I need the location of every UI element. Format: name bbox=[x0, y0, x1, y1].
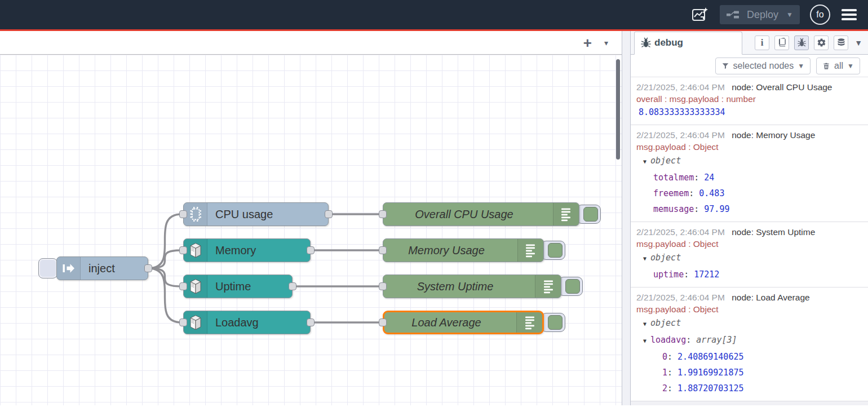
property-key: memusage bbox=[653, 204, 694, 214]
array-index: 0 bbox=[662, 352, 667, 362]
sidebar-splitter[interactable] bbox=[622, 31, 631, 405]
object-expander[interactable]: ▼object bbox=[636, 153, 862, 170]
node-output-port[interactable] bbox=[307, 318, 315, 326]
object-type-label: object bbox=[650, 156, 681, 166]
debug-filter-button[interactable]: selected nodes ▼ bbox=[715, 57, 811, 74]
message-node-name: node: Memory Usage bbox=[732, 130, 815, 140]
object-expander[interactable]: ▼object bbox=[636, 250, 862, 267]
flow-node-debug-load-average[interactable]: Load Average bbox=[383, 311, 544, 334]
array-index: 1 bbox=[662, 368, 667, 378]
message-property-path: msg.payload : Object bbox=[636, 238, 862, 250]
debug-message-list[interactable]: 2/21/2025, 2:46:04 PM node: Overall CPU … bbox=[631, 77, 868, 405]
array-index: 2 bbox=[662, 383, 667, 393]
object-property: memusage: 97.99 bbox=[636, 201, 862, 217]
node-input-port[interactable] bbox=[379, 210, 387, 218]
deploy-menu-caret-icon[interactable]: ▼ bbox=[786, 11, 793, 19]
canvas-vertical-scrollbar[interactable] bbox=[616, 59, 620, 160]
flow-node-debug-system-uptime[interactable]: System Uptime bbox=[383, 275, 561, 298]
flow-list-caret-icon[interactable]: ▾ bbox=[604, 38, 608, 47]
deploy-button[interactable]: Deploy ▼ bbox=[720, 5, 800, 24]
flow-canvas[interactable]: inject CPU usage bbox=[0, 55, 622, 405]
message-node-name: node: Load Average bbox=[732, 293, 809, 302]
node-input-port[interactable] bbox=[179, 210, 187, 218]
main-layout: + ▾ bbox=[0, 31, 868, 405]
object-property: totalmem: 24 bbox=[636, 170, 862, 185]
flow-node-cpu-usage[interactable]: CPU usage bbox=[183, 202, 329, 226]
node-label: Overall CPU Usage bbox=[415, 208, 521, 221]
info-tab-button[interactable]: i bbox=[755, 36, 769, 50]
debug-enable-toggle[interactable] bbox=[541, 241, 565, 260]
deploy-label: Deploy bbox=[747, 9, 778, 21]
collapse-caret-icon[interactable]: ▼ bbox=[643, 316, 650, 332]
avatar-initials: fo bbox=[816, 10, 823, 20]
flow-node-memory[interactable]: Memory bbox=[183, 238, 311, 262]
message-timestamp: 2/21/2025, 2:46:04 PM bbox=[636, 82, 725, 92]
debug-enable-toggle[interactable] bbox=[577, 205, 601, 224]
node-output-port[interactable] bbox=[144, 264, 152, 272]
debug-list-icon bbox=[516, 312, 542, 333]
property-value: 17212 bbox=[694, 269, 719, 280]
flow-tabbar: + ▾ bbox=[0, 31, 622, 55]
debug-list-icon bbox=[517, 239, 543, 262]
debug-message[interactable]: 2/21/2025, 2:46:04 PM node: Memory Usage… bbox=[631, 125, 868, 222]
debug-message[interactable]: 2/21/2025, 2:46:04 PM node: System Uptim… bbox=[631, 222, 868, 287]
node-label: System Uptime bbox=[417, 280, 502, 293]
array-type-label: array[3] bbox=[696, 335, 737, 345]
node-label: inject bbox=[81, 262, 115, 275]
debug-tab-button[interactable] bbox=[794, 36, 809, 50]
array-expander[interactable]: ▼loadavg: array[3] bbox=[636, 332, 862, 349]
config-tab-button[interactable] bbox=[814, 36, 829, 50]
collapse-caret-icon[interactable]: ▼ bbox=[643, 154, 650, 170]
object-expander[interactable]: ▼object bbox=[636, 315, 862, 332]
flow-node-uptime[interactable]: Uptime bbox=[183, 275, 293, 298]
collapse-caret-icon[interactable]: ▼ bbox=[643, 333, 650, 349]
debug-enable-toggle[interactable] bbox=[541, 313, 565, 332]
node-output-port[interactable] bbox=[289, 282, 296, 290]
property-value: 24 bbox=[704, 172, 714, 183]
debug-message[interactable]: 2/21/2025, 2:46:04 PM node: Load Average… bbox=[631, 287, 868, 401]
message-node-name: node: Overall CPU Usage bbox=[732, 82, 832, 92]
filter-caret-icon: ▼ bbox=[798, 62, 804, 70]
node-input-port[interactable] bbox=[179, 282, 187, 290]
tab-debug[interactable]: debug bbox=[634, 32, 742, 55]
message-property-path: msg.payload : Object bbox=[636, 141, 862, 153]
debug-message[interactable]: 2/21/2025, 2:46:04 PM node: Overall CPU … bbox=[631, 77, 868, 125]
debug-clear-button[interactable]: all ▼ bbox=[816, 57, 860, 74]
server-tower-icon bbox=[184, 275, 207, 298]
user-avatar[interactable]: fo bbox=[810, 5, 830, 25]
server-tower-icon bbox=[184, 311, 207, 334]
workspace: + ▾ bbox=[0, 31, 622, 405]
flow-node-debug-overall-cpu[interactable]: Overall CPU Usage bbox=[383, 202, 579, 226]
server-tower-icon bbox=[184, 239, 207, 262]
debug-list-icon bbox=[553, 203, 579, 225]
flow-node-inject[interactable]: inject bbox=[56, 256, 148, 280]
array-value: 1.88720703125 bbox=[677, 383, 743, 393]
flow-assistant-icon[interactable] bbox=[690, 6, 710, 24]
add-flow-button[interactable]: + bbox=[583, 36, 592, 50]
inject-trigger-button[interactable] bbox=[38, 258, 57, 278]
node-output-port[interactable] bbox=[325, 210, 333, 218]
node-input-port[interactable] bbox=[379, 318, 387, 326]
array-value: 2.40869140625 bbox=[677, 352, 743, 362]
array-item: 1: 1.99169921875 bbox=[636, 365, 862, 381]
node-input-port[interactable] bbox=[379, 246, 387, 254]
message-timestamp: 2/21/2025, 2:46:04 PM bbox=[636, 227, 725, 237]
flow-node-debug-memory-usage[interactable]: Memory Usage bbox=[383, 238, 544, 262]
message-timestamp: 2/21/2025, 2:46:04 PM bbox=[636, 293, 725, 302]
node-label: Load Average bbox=[411, 316, 489, 329]
main-menu-icon[interactable] bbox=[840, 7, 858, 23]
context-tab-button[interactable] bbox=[834, 36, 848, 50]
node-output-port[interactable] bbox=[307, 246, 315, 254]
node-input-port[interactable] bbox=[179, 246, 187, 254]
node-label: Loadavg bbox=[207, 316, 259, 329]
debug-enable-toggle[interactable] bbox=[559, 277, 583, 296]
property-key: uptime bbox=[653, 269, 684, 280]
message-property-path: overall : msg.payload : number bbox=[636, 93, 862, 105]
flow-node-loadavg[interactable]: Loadavg bbox=[183, 311, 311, 334]
help-tab-button[interactable] bbox=[774, 36, 789, 50]
sidebar-menu-caret-icon[interactable]: ▼ bbox=[854, 38, 862, 47]
deploy-icon bbox=[727, 10, 741, 19]
node-input-port[interactable] bbox=[179, 318, 187, 326]
collapse-caret-icon[interactable]: ▼ bbox=[643, 251, 650, 267]
node-input-port[interactable] bbox=[379, 282, 387, 290]
